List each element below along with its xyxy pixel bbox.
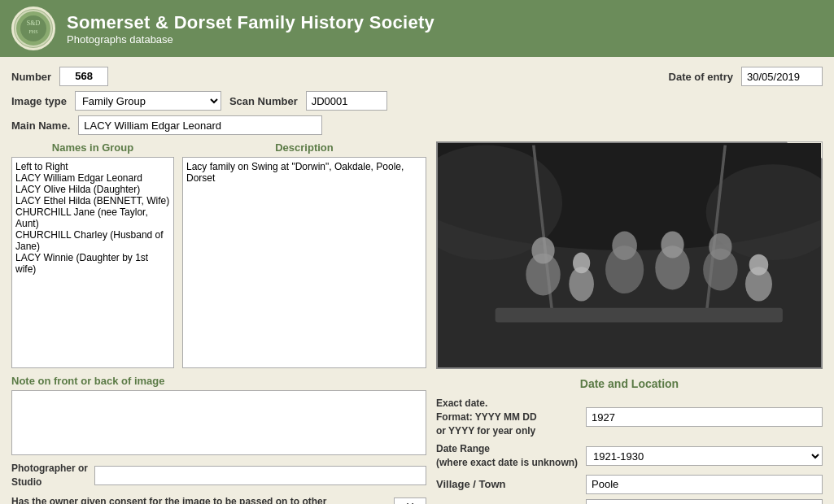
row-number-date: Number 568 Date of entry <box>11 67 823 86</box>
note-section: Note on front or back of image <box>11 375 426 455</box>
content-split: Names in Group Left to Right LACY Willia… <box>11 141 823 504</box>
desc-section: Description Lacy family on Swing at "Dor… <box>182 141 426 368</box>
names-textarea[interactable]: Left to Right LACY William Edgar Leonard… <box>11 157 174 368</box>
date-range-select[interactable]: 1921-1930 1911-1920 1931-1940 1901-1910 <box>586 446 823 466</box>
header: S&D FHS Somerset & Dorset Family History… <box>0 0 834 57</box>
photo-image <box>438 143 821 367</box>
logo: S&D FHS <box>11 7 55 50</box>
consent-label: Has the owner given consent for the imag… <box>11 496 387 504</box>
photographer-row: Photographer orStudio <box>11 462 426 489</box>
note-textarea[interactable] <box>11 390 426 455</box>
svg-point-20 <box>709 233 731 260</box>
date-of-entry-input[interactable] <box>741 67 823 86</box>
desc-header: Description <box>182 141 426 154</box>
main-name-input[interactable] <box>78 115 322 135</box>
left-panel: Names in Group Left to Right LACY Willia… <box>11 141 426 504</box>
photo-container <box>436 141 823 369</box>
consent-row: Has the owner given consent for the imag… <box>11 496 426 504</box>
svg-point-12 <box>531 237 554 264</box>
county-country-select[interactable]: Dorset Somerset Wiltshire Hampshire <box>586 499 823 504</box>
svg-point-14 <box>573 252 590 273</box>
number-label: Number <box>11 71 51 83</box>
consent-input[interactable] <box>394 497 426 504</box>
image-type-label: Image type <box>11 95 67 107</box>
svg-rect-10 <box>496 308 783 323</box>
photographer-input[interactable] <box>94 466 426 485</box>
note-label: Note on front or back of image <box>11 375 426 387</box>
row-imagetype-scan: Image type Family Group Portrait School … <box>11 91 823 111</box>
names-header: Names in Group <box>11 141 174 154</box>
date-range-label: Date Range(where exact date is unknown) <box>436 442 578 470</box>
image-type-select[interactable]: Family Group Portrait School Work Other <box>75 91 221 111</box>
row-main-name: Main Name. <box>11 115 823 135</box>
svg-text:S&D: S&D <box>27 20 41 27</box>
exact-date-input[interactable] <box>586 407 823 427</box>
svg-point-22 <box>749 254 769 276</box>
header-text-block: Somerset & Dorset Family History Society… <box>67 12 434 46</box>
exact-date-label: Exact date.Format: YYYY MM DDor YYYY for… <box>436 397 578 437</box>
village-town-input[interactable] <box>586 475 823 494</box>
scan-number-label: Scan Number <box>229 95 298 107</box>
number-value: 568 <box>59 67 108 86</box>
main-content: Number 568 Date of entry Image type Fami… <box>0 57 834 504</box>
app-subtitle: Photographs database <box>67 33 434 46</box>
svg-text:FHS: FHS <box>28 29 37 34</box>
names-desc-row: Names in Group Left to Right LACY Willia… <box>11 141 426 368</box>
date-location-title: Date and Location <box>436 377 823 390</box>
desc-textarea[interactable]: Lacy family on Swing at "Dorwin", Oakdal… <box>182 157 426 368</box>
village-town-label: Village / Town <box>436 478 578 490</box>
date-location: Date and Location Exact date.Format: YYY… <box>436 377 823 504</box>
names-section: Names in Group Left to Right LACY Willia… <box>11 141 174 368</box>
app-title: Somerset & Dorset Family History Society <box>67 12 434 33</box>
photographer-label: Photographer orStudio <box>11 462 88 489</box>
svg-point-18 <box>661 232 683 259</box>
svg-point-16 <box>612 232 637 260</box>
date-of-entry-label: Date of entry <box>669 71 733 83</box>
scan-number-input[interactable] <box>306 91 387 111</box>
main-name-label: Main Name. <box>11 119 70 132</box>
right-panel: 568 <box>436 141 823 504</box>
